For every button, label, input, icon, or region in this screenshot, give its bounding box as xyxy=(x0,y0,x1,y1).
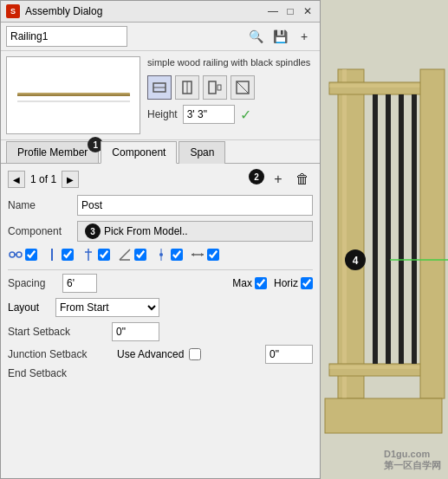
icon-btn-4[interactable] xyxy=(230,75,255,100)
layout-label: Layout xyxy=(8,301,55,314)
svg-rect-32 xyxy=(373,94,378,364)
nav-row: ◀ 1 of 1 ▶ 2 + 🗑 xyxy=(8,169,313,190)
railing-name-input[interactable] xyxy=(6,26,127,47)
description-text: simple wood railing with black spindles xyxy=(147,56,315,68)
nav-next-button[interactable]: ▶ xyxy=(62,171,79,188)
tab-component[interactable]: Component xyxy=(101,141,177,164)
toolbar: 🔍 💾 + xyxy=(1,23,320,51)
nav-prev-button[interactable]: ◀ xyxy=(8,171,25,188)
junction-row: Junction Setback Use Advanced xyxy=(8,345,313,364)
svg-rect-7 xyxy=(209,81,216,94)
icon-angle xyxy=(117,247,133,262)
maximize-button[interactable]: □ xyxy=(283,4,297,18)
component-label: Component xyxy=(8,225,77,237)
badge-2: 2 xyxy=(249,169,264,184)
svg-rect-39 xyxy=(325,398,442,433)
max-checkbox[interactable] xyxy=(255,277,267,289)
delete-component-button[interactable]: 🗑 xyxy=(292,169,313,190)
junction-setback-input[interactable] xyxy=(265,345,313,364)
checkbox-1[interactable] xyxy=(25,249,37,261)
layout-select[interactable]: From Start From End Centered xyxy=(55,298,159,317)
start-setback-row: Start Setback xyxy=(8,322,313,341)
checkbox-3[interactable] xyxy=(98,249,110,261)
tabs-row: Profile Member 1 Component Span xyxy=(1,140,320,164)
pick-from-model-button[interactable]: 3 Pick From Model.. xyxy=(77,221,313,242)
name-input[interactable] xyxy=(77,195,313,216)
svg-point-19 xyxy=(159,253,163,256)
save-button[interactable]: 💾 xyxy=(269,26,290,47)
use-advanced-checkbox[interactable] xyxy=(189,348,201,360)
add-component-button[interactable]: + xyxy=(268,169,289,190)
nav-right-btns: 2 + 🗑 xyxy=(249,169,313,190)
divider-1 xyxy=(8,269,313,270)
window-title: Assembly Dialog xyxy=(25,5,261,17)
svg-point-11 xyxy=(10,252,15,257)
tab-span[interactable]: Span xyxy=(179,141,225,164)
max-label: Max xyxy=(232,277,252,289)
use-advanced-label: Use Advanced xyxy=(117,348,184,360)
svg-rect-8 xyxy=(218,85,221,90)
height-row: Height ✓ xyxy=(147,105,315,124)
close-button[interactable]: ✕ xyxy=(301,4,315,18)
name-row: Name xyxy=(8,195,313,216)
svg-rect-35 xyxy=(412,94,417,364)
end-setback-row: End Setback xyxy=(8,367,313,379)
app-icon: S xyxy=(6,4,20,18)
checkbox-4[interactable] xyxy=(134,249,146,261)
icon-btn-3[interactable] xyxy=(203,75,227,100)
layout-row: Layout From Start From End Centered xyxy=(8,298,313,317)
icon-btn-1[interactable] xyxy=(147,75,172,100)
svg-rect-31 xyxy=(329,366,433,369)
minimize-button[interactable]: — xyxy=(266,4,280,18)
svg-rect-27 xyxy=(342,69,347,398)
start-setback-label: Start Setback xyxy=(8,326,112,338)
icon-group-3 xyxy=(81,247,110,262)
assembly-dialog: S Assembly Dialog — □ ✕ 🔍 💾 + simple wo xyxy=(0,0,321,479)
icon-group-1 xyxy=(8,247,37,262)
horiz-label: Horiz xyxy=(274,277,298,289)
horiz-checkbox[interactable] xyxy=(301,277,313,289)
spacing-input[interactable] xyxy=(62,274,97,293)
search-button[interactable]: 🔍 xyxy=(245,26,266,47)
add-button[interactable]: + xyxy=(294,26,315,47)
svg-marker-24 xyxy=(201,253,204,256)
icon-row xyxy=(147,75,315,100)
checkbox-6[interactable] xyxy=(207,249,219,261)
icon-pin xyxy=(81,247,96,262)
svg-rect-37 xyxy=(420,69,445,398)
preview-image xyxy=(6,56,140,134)
spacing-row: Spacing Max Horiz xyxy=(8,274,313,293)
svg-rect-34 xyxy=(399,94,404,364)
svg-text:4: 4 xyxy=(353,255,359,267)
content-area: ◀ 1 of 1 ▶ 2 + 🗑 Name Component 3 Pick F… xyxy=(1,164,320,478)
component-row: Component 3 Pick From Model.. xyxy=(8,221,313,242)
junction-setback-label: Junction Setback xyxy=(8,348,112,360)
watermark: D1gu.com第一区自学网 xyxy=(384,449,441,472)
tab-profile-member[interactable]: Profile Member 1 xyxy=(6,141,99,163)
icons-grid xyxy=(8,247,313,262)
svg-rect-29 xyxy=(329,84,433,87)
icon-arrows xyxy=(190,247,205,262)
start-setback-input[interactable] xyxy=(112,322,159,341)
icon-btn-2[interactable] xyxy=(175,75,199,100)
name-label: Name xyxy=(8,199,77,211)
tab-profile-member-wrapper: Profile Member 1 xyxy=(6,140,101,163)
icon-vertical-bar xyxy=(44,247,60,262)
height-confirm-button[interactable]: ✓ xyxy=(240,107,251,123)
checkbox-2[interactable] xyxy=(62,249,74,261)
badge-3: 3 xyxy=(85,223,101,239)
preview-info: simple wood railing with black spindles … xyxy=(147,56,315,134)
preview-area: simple wood railing with black spindles … xyxy=(1,51,320,140)
height-input[interactable] xyxy=(183,105,235,124)
nav-text: 1 of 1 xyxy=(30,173,56,185)
icon-chain xyxy=(8,247,23,262)
checkbox-5[interactable] xyxy=(171,249,183,261)
icon-dot-line xyxy=(153,247,169,262)
icon-group-6 xyxy=(190,247,219,262)
svg-rect-26 xyxy=(338,69,364,398)
svg-rect-1 xyxy=(17,94,130,96)
spacing-label: Spacing xyxy=(8,277,55,289)
icon-group-5 xyxy=(153,247,183,262)
max-group: Max xyxy=(232,277,267,289)
horiz-group: Horiz xyxy=(274,277,313,289)
